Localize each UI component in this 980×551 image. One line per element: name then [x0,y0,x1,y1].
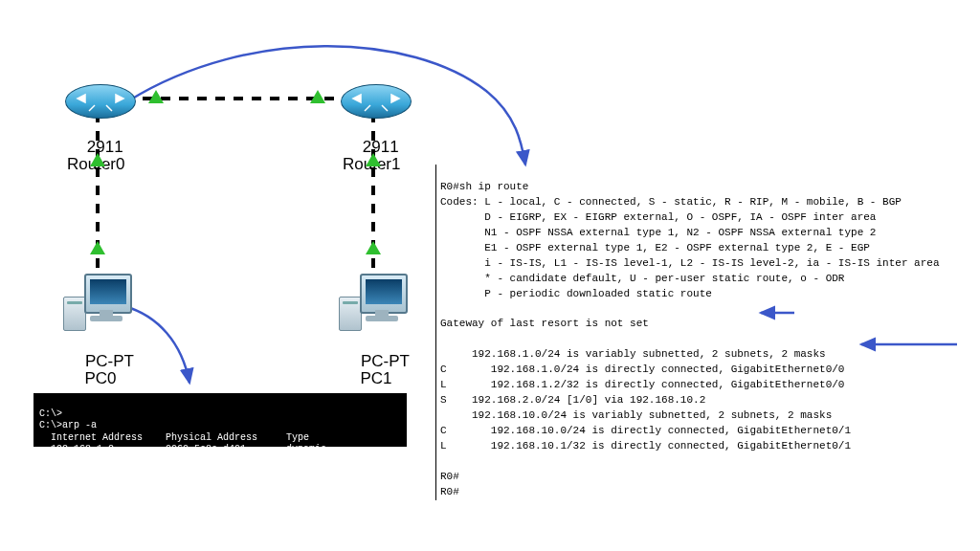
link-dot [310,90,325,103]
pc1-icon[interactable] [339,274,408,333]
link-dot [366,153,381,166]
topology-stage: 2911 Router0 2911 Router1 PC-PT PC0 PC-P… [0,0,980,551]
router1-icon[interactable] [341,84,410,117]
pc0-terminal: C:\> C:\>arp -a Internet Address Physica… [33,393,407,447]
link-dot [90,153,105,166]
pc0-icon[interactable] [63,274,132,333]
link-dot [148,90,164,103]
router0-cli-output: R0#sh ip route Codes: L - local, C - con… [435,165,976,500]
router0-icon[interactable] [65,84,134,117]
link-dot [90,241,105,254]
link-dot [366,241,381,254]
